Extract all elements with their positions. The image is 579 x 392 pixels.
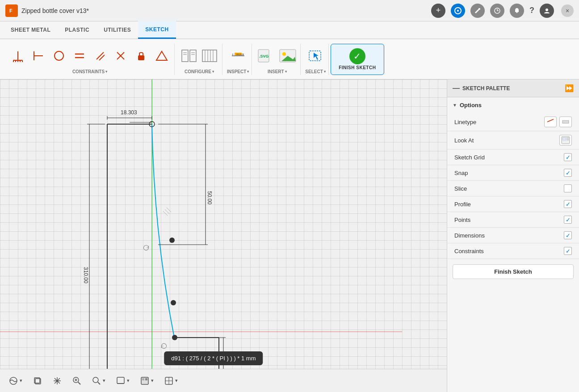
triangle-btn[interactable]	[152, 44, 172, 67]
bell-icon[interactable]	[510, 4, 524, 18]
svg-rect-112	[117, 377, 124, 384]
app-icon: F	[5, 4, 18, 17]
layout-arrow[interactable]: ▾	[175, 378, 178, 384]
tools-icon[interactable]	[470, 4, 485, 18]
configure-btn2[interactable]	[200, 44, 219, 67]
palette-title-text: SKETCH PALETTE	[462, 85, 510, 92]
finish-sketch-palette-btn[interactable]: Finish Sketch	[453, 264, 574, 279]
sketch-grid-checkbox[interactable]	[564, 153, 572, 161]
display-arrow[interactable]: ▾	[127, 378, 130, 384]
svg-text:310.00: 310.00	[83, 267, 89, 284]
render-arrow[interactable]: ▾	[151, 378, 154, 384]
configure-btn1[interactable]	[179, 44, 199, 67]
svg-line-99	[167, 208, 171, 212]
linetype-normal-btn[interactable]	[559, 117, 572, 127]
linetype-construction-btn[interactable]	[544, 117, 557, 127]
snap-label: Snap	[454, 170, 468, 176]
canvas: 18.303 50.00 310.00 110.00 -125 43.768	[0, 79, 447, 392]
svg-line-120	[547, 119, 554, 122]
sketch-svg: 18.303 50.00 310.00 110.00 -125 43.768	[0, 79, 447, 392]
svg-text:50.00: 50.00	[206, 191, 213, 204]
insert-arrow[interactable]: ▾	[285, 70, 287, 74]
lock-btn[interactable]	[131, 44, 151, 67]
constraints-checkbox[interactable]	[564, 247, 572, 255]
toolbar: CONSTRAINTS ▾ CONFIGURE ▾ RULE INSPECT ▾	[0, 39, 579, 79]
select-btn[interactable]	[306, 44, 325, 67]
svg-marker-27	[156, 51, 167, 60]
palette-expand-btn[interactable]: ⏩	[565, 84, 574, 92]
menu-bar: SHEET METAL PLASTIC UTILITIES SKETCH	[0, 21, 579, 39]
menu-sketch[interactable]: SKETCH	[138, 21, 176, 39]
inspect-btn[interactable]: RULE	[228, 44, 248, 67]
snap-controls	[564, 169, 572, 177]
dimension-tooltip: d91 : ( 275 / ( 2 * ( PI ) ) ) * 1 mm	[164, 351, 263, 365]
copy-btn[interactable]	[29, 375, 46, 387]
fix-constraint-btn[interactable]	[8, 44, 28, 67]
options-section-header[interactable]: ▼ Options	[447, 97, 579, 113]
zoom-btn[interactable]	[69, 375, 85, 387]
orbit-btn[interactable]: ▾	[5, 375, 26, 387]
menu-sheet-metal[interactable]: SHEET METAL	[4, 21, 58, 39]
help-icon[interactable]: ?	[529, 6, 534, 15]
insert-svg-btn[interactable]: .SVG	[256, 44, 276, 67]
sketch-grid-row: Sketch Grid	[447, 150, 579, 165]
points-checkbox[interactable]	[564, 216, 572, 224]
svg-rect-29	[190, 50, 196, 62]
orbit-icon[interactable]	[451, 4, 465, 18]
user-icon[interactable]	[540, 4, 554, 18]
render-mode-btn[interactable]: ▾	[137, 375, 157, 387]
profile-row: Profile	[447, 196, 579, 212]
finish-sketch-toolbar-btn[interactable]: ✓ FINISH SKETCH	[331, 44, 384, 75]
linetype-controls	[544, 117, 572, 127]
points-controls	[564, 216, 572, 224]
equal-constraint-btn[interactable]	[70, 44, 89, 67]
snap-checkbox[interactable]	[564, 169, 572, 177]
constraints-palette-label: Constraints	[454, 248, 484, 254]
insert-image-btn[interactable]	[278, 44, 298, 67]
inspect-section: RULE INSPECT ▾	[224, 44, 252, 75]
display-mode-btn[interactable]: ▾	[113, 375, 133, 387]
orbit-arrow[interactable]: ▾	[20, 378, 22, 384]
look-at-btn[interactable]	[559, 135, 572, 146]
constraints-arrow[interactable]: ▾	[105, 70, 107, 74]
select-arrow[interactable]: ▾	[324, 70, 326, 74]
svg-rect-8	[516, 12, 518, 13]
slice-checkbox[interactable]	[564, 184, 572, 192]
options-triangle-icon: ▼	[453, 103, 457, 108]
zoom-arrow[interactable]: ▾	[103, 378, 105, 384]
x-constraint-btn[interactable]	[111, 44, 130, 67]
configure-arrow[interactable]: ▾	[212, 70, 214, 74]
look-at-row: Look At	[447, 131, 579, 150]
circle-btn[interactable]	[49, 44, 69, 67]
plus-icon[interactable]: +	[431, 4, 445, 18]
snap-row: Snap	[447, 165, 579, 181]
finish-sketch-check-icon: ✓	[349, 48, 365, 64]
menu-utilities[interactable]: UTILITIES	[96, 21, 138, 39]
svg-point-47	[282, 52, 286, 56]
constraints-label: CONSTRAINTS	[72, 69, 105, 74]
inspect-arrow[interactable]: ▾	[247, 70, 249, 74]
horizontal-constraint-btn[interactable]	[29, 44, 48, 67]
dimensions-checkbox[interactable]	[564, 231, 572, 239]
layout-btn[interactable]: ▾	[161, 375, 181, 387]
svg-line-111	[98, 382, 100, 384]
configure-section: CONFIGURE ▾	[176, 44, 222, 75]
slice-controls	[564, 184, 572, 192]
svg-point-90	[172, 335, 177, 340]
zoom-dropdown-btn[interactable]: ▾	[88, 375, 109, 387]
svg-rect-121	[562, 121, 569, 123]
palette-minus-icon: —	[453, 84, 460, 92]
window-title: Zipped bottle cover v13*	[21, 7, 431, 14]
profile-controls	[564, 200, 572, 208]
constraints-controls	[564, 247, 572, 255]
parallel-constraint-btn[interactable]	[90, 44, 110, 67]
svg-rect-123	[562, 138, 566, 140]
history-icon[interactable]	[490, 4, 504, 18]
svg-rect-116	[145, 378, 147, 380]
dimensions-label: Dimensions	[454, 232, 485, 239]
svg-point-89	[171, 300, 176, 305]
menu-plastic[interactable]: PLASTIC	[58, 21, 96, 39]
pan-btn[interactable]	[49, 375, 65, 387]
close-button[interactable]: ×	[561, 4, 574, 17]
profile-checkbox[interactable]	[564, 200, 572, 208]
